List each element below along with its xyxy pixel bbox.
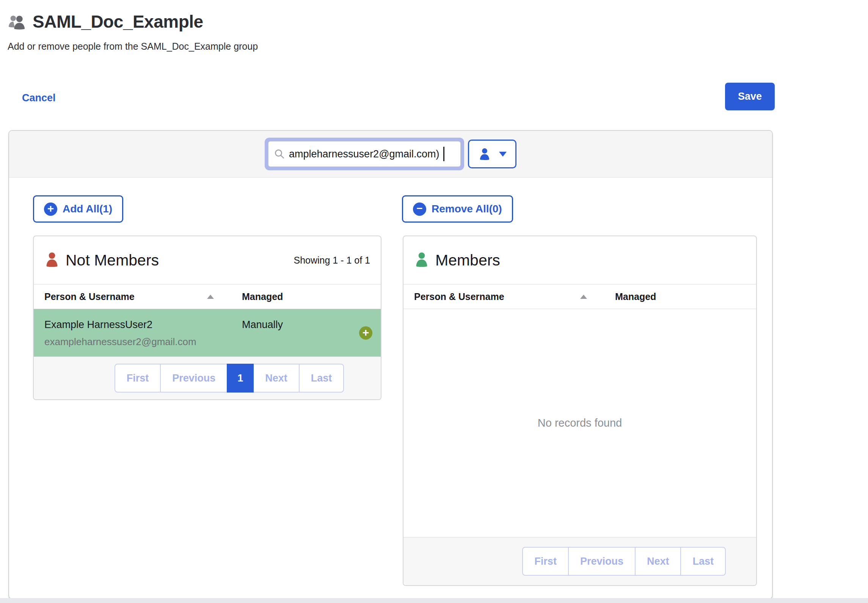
sort-asc-icon [207,295,214,299]
pager-next-button[interactable]: Next [253,364,300,393]
remove-all-label: Remove All(0) [432,203,502,215]
text-cursor [443,147,444,161]
page-header: SAML_Doc_Example [8,11,203,32]
pager-first-button[interactable]: First [522,547,569,576]
person-username: exampleharnessuser2@gmail.com [44,336,242,348]
pager-previous-button[interactable]: Previous [160,364,228,393]
table-row[interactable]: Example HarnessUser2 exampleharnessuser2… [34,309,381,356]
members-empty-area: No records found [403,309,756,537]
panel-body: Add All(1) Remove All(0) Not Members Sho… [9,177,772,598]
showing-count: Showing 1 - 1 of 1 [294,255,370,266]
person-green-icon [414,251,429,269]
not-members-column-headers: Person & Username Managed [34,284,381,309]
search-focus-ring: ampleharnessuser2@gmail.com) [265,138,464,170]
add-all-label: Add All(1) [63,203,112,215]
person-cell: Example HarnessUser2 exampleharnessuser2… [34,319,242,348]
search-bar: ampleharnessuser2@gmail.com) [9,131,772,177]
plus-circle-icon [44,203,57,216]
not-members-title: Not Members [66,251,159,269]
membership-panel: ampleharnessuser2@gmail.com) Add All(1) … [8,130,773,599]
save-button[interactable]: Save [725,83,775,110]
not-members-header: Not Members Showing 1 - 1 of 1 [34,236,381,284]
column-person-username[interactable]: Person & Username [403,291,615,302]
page-bottom-band [0,598,868,603]
minus-circle-icon [413,203,426,216]
pager-last-button[interactable]: Last [299,364,344,393]
caret-down-icon [499,152,507,157]
add-all-button[interactable]: Add All(1) [33,195,123,223]
pager-next-button[interactable]: Next [635,547,681,576]
pager-last-button[interactable]: Last [680,547,726,576]
pager-page-1-button[interactable]: 1 [227,364,254,393]
cancel-link[interactable]: Cancel [22,92,56,104]
column-person-username[interactable]: Person & Username [34,291,242,302]
members-title: Members [435,251,500,269]
search-icon [274,148,285,160]
not-members-pagination: First Previous 1 Next Last [34,356,381,399]
page-title: SAML_Doc_Example [33,11,203,32]
person-name: Example HarnessUser2 [44,319,242,331]
group-icon [8,13,27,30]
members-pagination: First Previous Next Last [403,537,756,585]
search-type-dropdown[interactable] [468,140,516,168]
members-card: Members Person & Username Managed No rec… [403,236,757,586]
pager-first-button[interactable]: First [115,364,161,393]
search-input-value: ampleharnessuser2@gmail.com) [289,148,439,160]
person-icon [478,147,491,161]
not-members-card: Not Members Showing 1 - 1 of 1 Person & … [33,236,381,400]
remove-all-button[interactable]: Remove All(0) [402,195,513,223]
person-red-icon [44,251,60,269]
members-header: Members [403,236,756,284]
add-user-button[interactable] [359,326,372,339]
no-records-text: No records found [538,417,622,429]
column-person-username-label: Person & Username [414,291,504,302]
page-subtitle: Add or remove people from the SAML_Doc_E… [8,41,258,52]
column-managed[interactable]: Managed [242,291,283,302]
pager-previous-button[interactable]: Previous [568,547,636,576]
search-input[interactable]: ampleharnessuser2@gmail.com) [268,141,461,167]
managed-cell: Manually [242,319,283,331]
column-person-username-label: Person & Username [44,291,135,302]
members-column-headers: Person & Username Managed [403,284,756,309]
sort-asc-icon [580,295,587,299]
column-managed[interactable]: Managed [615,291,656,302]
